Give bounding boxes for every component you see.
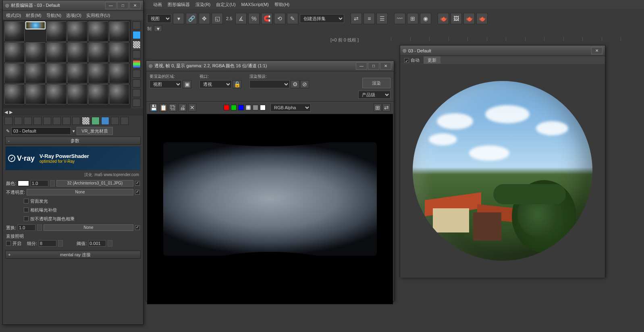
selection-set-select[interactable]: 创建选择集	[300, 14, 344, 23]
displace-map-button[interactable]: None	[44, 224, 133, 231]
video-color-icon[interactable]	[133, 60, 141, 68]
snap-toggle-icon[interactable]: 🧲	[261, 13, 272, 24]
mat-menu-options[interactable]: 选项(O)	[66, 12, 81, 19]
material-slot[interactable]	[109, 63, 129, 83]
put-to-lib-icon[interactable]	[62, 117, 71, 125]
material-slot[interactable]	[46, 63, 66, 83]
color-map-button[interactable]: 32 (Archinteriors3_01_01.JPG)	[56, 180, 133, 187]
render-viewport[interactable]	[147, 114, 393, 304]
spinner-arrows-icon[interactable]	[108, 240, 112, 247]
clear-icon[interactable]: ✕	[188, 104, 196, 112]
minimize-button[interactable]: —	[356, 62, 367, 70]
layers-icon[interactable]: ☰	[376, 13, 388, 24]
material-slot[interactable]	[4, 21, 25, 42]
go-forward-icon[interactable]	[120, 117, 129, 125]
rollout-params[interactable]: -参数	[5, 137, 141, 145]
select-by-mat-icon[interactable]	[133, 89, 141, 97]
backside-checkbox[interactable]	[24, 199, 29, 203]
material-slot[interactable]	[25, 84, 46, 104]
render-viewport-select[interactable]: 透视	[199, 80, 232, 88]
print-icon[interactable]: 🖨	[179, 104, 187, 112]
save-image-icon[interactable]: 💾	[150, 104, 158, 112]
render-mode-select[interactable]: 产品级	[358, 91, 391, 99]
clone-icon[interactable]: ⿻	[169, 104, 177, 112]
make-copy-icon[interactable]	[43, 117, 51, 125]
matid-icon[interactable]	[72, 117, 80, 125]
maximize-button[interactable]: □	[117, 2, 129, 9]
pick-icon[interactable]: ✎	[6, 129, 10, 134]
mat-menu-util[interactable]: 实用程序(U)	[86, 12, 110, 19]
backlight-icon[interactable]	[133, 31, 141, 39]
lock-icon[interactable]: 🔒	[233, 80, 241, 88]
spinner-snap-icon[interactable]: ⟲	[274, 13, 285, 24]
material-slot[interactable]	[109, 42, 129, 62]
menu-maxscript[interactable]: MAXScript(M)	[241, 2, 269, 7]
material-slot[interactable]	[67, 21, 87, 42]
tab-update[interactable]: 更新	[424, 56, 440, 64]
go-parent-icon[interactable]	[101, 117, 109, 125]
material-slot[interactable]	[67, 42, 87, 62]
material-slot[interactable]	[25, 63, 46, 83]
spinner-arrows-icon[interactable]	[50, 180, 55, 187]
color-mult-spinner[interactable]: 1.0	[31, 180, 48, 187]
blue-channel-icon[interactable]	[238, 105, 244, 110]
curve-editor-icon[interactable]: 〰	[394, 13, 405, 24]
displace-map-checkbox[interactable]	[135, 225, 140, 230]
material-slot[interactable]	[88, 84, 108, 104]
maximize-button[interactable]: □	[368, 62, 379, 70]
teapot-render-icon[interactable]: 🫖	[463, 13, 475, 24]
preview-titlebar[interactable]: ◎ 03 - Default ✕	[400, 46, 605, 56]
assign-icon[interactable]	[24, 117, 32, 125]
material-slot[interactable]	[67, 84, 87, 104]
go-sibling-icon[interactable]	[111, 117, 119, 125]
material-slot[interactable]	[88, 63, 108, 83]
spinner-arrows-icon[interactable]	[37, 224, 42, 231]
material-slot[interactable]	[25, 42, 46, 62]
rollout-mentalray[interactable]: +mental ray 连接	[5, 251, 141, 259]
sub-dropdown-icon[interactable]: ▾	[154, 25, 162, 32]
background-icon[interactable]	[133, 41, 141, 49]
close-button[interactable]: ✕	[591, 47, 602, 54]
close-button[interactable]: ✕	[380, 62, 391, 70]
material-slot[interactable]	[4, 63, 25, 83]
menu-anim[interactable]: 动画	[153, 2, 162, 8]
preset-config-icon[interactable]: ⚙	[291, 80, 299, 88]
menu-custom[interactable]: 自定义(U)	[216, 2, 235, 8]
scale-icon[interactable]: ◱	[212, 13, 223, 24]
material-slot[interactable]	[109, 84, 129, 104]
mat-editor-titlebar[interactable]: ◎ 材质编辑器 - 03 - Default — □ ✕	[3, 0, 143, 11]
camexp-checkbox[interactable]	[24, 208, 29, 212]
material-slot[interactable]	[67, 63, 87, 83]
render-setup-icon[interactable]: 🫖	[438, 13, 449, 24]
edit-named-sel-icon[interactable]: ✎	[287, 13, 298, 24]
show-end-result-icon[interactable]	[91, 117, 100, 125]
tab-auto[interactable]: 自动	[400, 56, 424, 64]
green-channel-icon[interactable]	[231, 105, 237, 110]
material-slot[interactable]	[88, 42, 108, 62]
clear-channel-icon[interactable]	[260, 105, 266, 110]
red-channel-icon[interactable]	[224, 105, 229, 110]
material-slot[interactable]	[4, 42, 25, 62]
show-map-icon[interactable]	[82, 117, 90, 125]
minimize-button[interactable]: —	[105, 2, 116, 9]
align-icon[interactable]: ≡	[364, 13, 375, 24]
spinner-arrows-icon[interactable]	[58, 240, 63, 247]
menu-render[interactable]: 渲染(R)	[195, 2, 210, 8]
render-titlebar[interactable]: ◎ 透视, 帧 0, 显示 gamma: 2.2, RGBA 颜色 16 位/通…	[146, 61, 394, 71]
snap-percent-icon[interactable]: %	[248, 13, 260, 24]
material-slot[interactable]	[109, 21, 129, 42]
mono-channel-icon[interactable]	[253, 105, 258, 110]
region-icon[interactable]: ▣	[183, 80, 191, 88]
subdiv-spinner[interactable]: 8	[39, 240, 56, 247]
toolbar-icon[interactable]: ▾	[173, 13, 184, 24]
sample-uv-icon[interactable]	[133, 50, 141, 58]
color-swatch[interactable]	[18, 181, 29, 186]
schematic-icon[interactable]: ⊞	[407, 13, 418, 24]
render-preset-select[interactable]	[249, 80, 290, 88]
material-name-input[interactable]	[11, 127, 71, 135]
material-slot[interactable]	[46, 21, 66, 42]
put-to-scene-icon[interactable]	[14, 117, 22, 125]
mirror-icon[interactable]: ⇄	[351, 13, 362, 24]
sample-type-icon[interactable]	[133, 21, 141, 29]
channel-select[interactable]: RGB Alpha	[270, 104, 311, 112]
